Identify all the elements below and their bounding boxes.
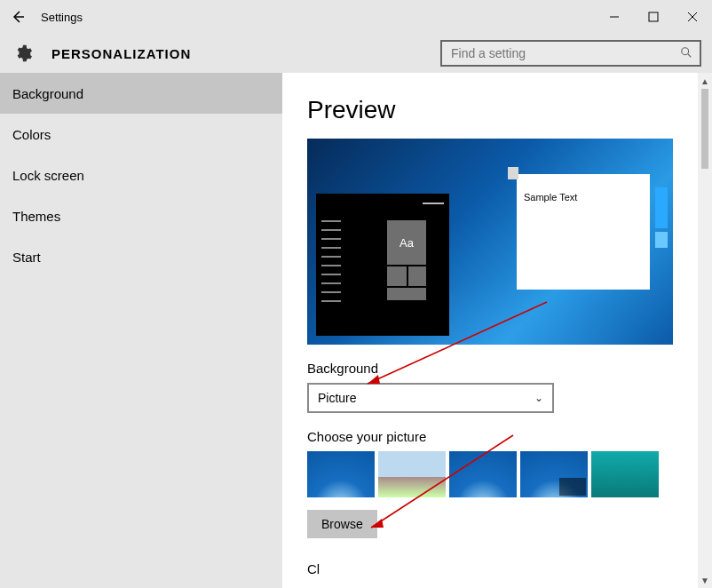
background-dropdown[interactable]: Picture ⌄	[307, 383, 554, 413]
browse-button[interactable]: Browse	[307, 510, 377, 538]
maximize-button[interactable]	[634, 0, 673, 34]
content-area: Preview Aa Sample Text	[282, 73, 698, 588]
picture-thumb-5[interactable]	[591, 451, 659, 497]
search-box[interactable]	[440, 40, 701, 67]
preview-sample-text: Sample Text	[517, 187, 650, 208]
sidebar-item-label: Start	[12, 250, 41, 265]
cutoff-heading: Cl	[307, 561, 673, 576]
svg-point-4	[682, 47, 689, 54]
chevron-down-icon: ⌄	[534, 392, 543, 404]
scroll-thumb[interactable]	[701, 89, 708, 169]
sidebar: Background Colors Lock screen Themes Sta…	[0, 73, 282, 588]
svg-rect-1	[649, 12, 658, 21]
scrollbar-vertical[interactable]: ▲ ▼	[698, 73, 712, 588]
preview-heading: Preview	[307, 96, 673, 124]
sidebar-item-label: Colors	[12, 127, 51, 142]
window-title: Settings	[41, 11, 83, 24]
sidebar-item-themes[interactable]: Themes	[0, 195, 282, 236]
background-label: Background	[307, 361, 673, 376]
close-button[interactable]	[673, 0, 712, 34]
search-icon	[680, 46, 692, 61]
svg-line-5	[688, 53, 692, 57]
preview-start-menu: Aa	[316, 194, 449, 336]
minimize-button[interactable]	[595, 0, 634, 34]
gear-icon	[11, 41, 36, 66]
back-button[interactable]	[0, 0, 36, 34]
category-heading: PERSONALIZATION	[51, 46, 191, 61]
preview-tile-text: Aa	[387, 220, 426, 265]
picture-thumb-2[interactable]	[378, 451, 446, 497]
picture-thumb-1[interactable]	[307, 451, 375, 497]
sidebar-item-lock-screen[interactable]: Lock screen	[0, 155, 282, 195]
sidebar-item-label: Lock screen	[12, 168, 84, 183]
background-dropdown-value: Picture	[318, 391, 357, 405]
sidebar-item-start[interactable]: Start	[0, 236, 282, 277]
scroll-up-arrow[interactable]: ▲	[698, 73, 712, 89]
picture-thumbnails	[307, 451, 673, 497]
scroll-down-arrow[interactable]: ▼	[698, 572, 712, 588]
preview-sample-window: Sample Text	[517, 174, 650, 290]
sidebar-item-label: Themes	[12, 209, 60, 224]
sidebar-item-background[interactable]: Background	[0, 73, 282, 114]
picture-thumb-4[interactable]	[520, 451, 588, 497]
search-input[interactable]	[449, 45, 680, 61]
choose-picture-label: Choose your picture	[307, 429, 673, 444]
browse-button-label: Browse	[321, 517, 363, 531]
sidebar-item-label: Background	[12, 86, 83, 101]
picture-thumb-3[interactable]	[449, 451, 517, 497]
desktop-preview: Aa Sample Text	[307, 139, 673, 345]
sidebar-item-colors[interactable]: Colors	[0, 114, 282, 155]
